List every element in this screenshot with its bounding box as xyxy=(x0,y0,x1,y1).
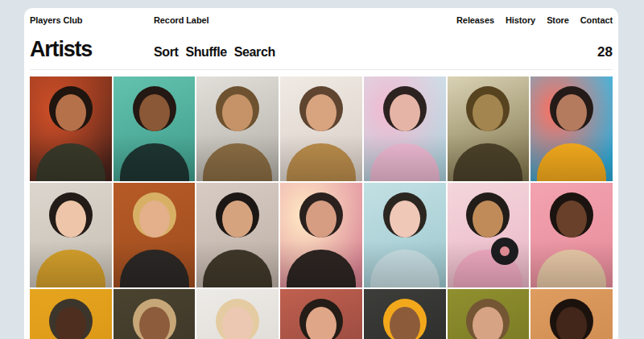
vinyl-record-icon xyxy=(324,238,352,265)
artist-tile[interactable] xyxy=(280,76,362,181)
artist-tile[interactable] xyxy=(364,76,446,181)
top-nav: Players Club Record Label Releases Histo… xyxy=(30,8,613,25)
portrait-face xyxy=(556,94,587,131)
portrait-figure xyxy=(530,289,613,339)
brand-logo[interactable]: Players Club xyxy=(30,15,154,25)
portrait-face xyxy=(390,307,420,339)
portrait-face xyxy=(390,201,420,238)
vinyl-record-icon xyxy=(74,238,101,265)
artist-tile[interactable] xyxy=(196,183,279,287)
artist-tile[interactable] xyxy=(196,289,279,339)
vinyl-record-icon xyxy=(491,131,518,159)
portrait-figure xyxy=(530,76,613,181)
header-divider xyxy=(30,69,613,70)
artist-tile[interactable] xyxy=(448,289,530,339)
nav-link[interactable]: Store xyxy=(547,15,569,25)
page-header: Artists Sort Shuffle Search 28 xyxy=(30,37,613,62)
artist-tile[interactable] xyxy=(114,183,196,287)
portrait-figure xyxy=(280,289,362,339)
portrait-figure xyxy=(30,289,112,339)
portrait-face xyxy=(306,94,336,131)
artist-count: 28 xyxy=(597,44,613,60)
nav-link[interactable]: Releases xyxy=(456,15,494,25)
portrait-figure xyxy=(364,183,446,287)
artist-tile[interactable] xyxy=(448,76,530,181)
artist-tile[interactable] xyxy=(530,76,613,181)
vinyl-record-icon xyxy=(74,131,101,159)
portrait-face xyxy=(56,201,86,238)
portrait-figure xyxy=(364,76,446,181)
artist-tile[interactable] xyxy=(30,289,112,339)
artist-grid xyxy=(30,76,613,339)
artist-tile[interactable] xyxy=(448,183,530,287)
list-controls: Sort Shuffle Search xyxy=(154,45,275,60)
list-control-button[interactable]: Shuffle xyxy=(185,45,226,60)
artist-tile[interactable] xyxy=(280,289,362,339)
portrait-figure xyxy=(196,183,279,287)
page-title: Artists xyxy=(30,37,154,62)
vinyl-record-icon xyxy=(408,238,436,265)
portrait-face xyxy=(139,201,170,238)
portrait-figure xyxy=(448,183,530,287)
vinyl-record-icon xyxy=(491,238,518,265)
vinyl-record-icon xyxy=(575,131,602,159)
nav-links: Releases History Store Contact xyxy=(456,15,613,25)
vinyl-record-icon xyxy=(241,131,268,159)
vinyl-record-icon xyxy=(575,238,602,265)
artist-tile[interactable] xyxy=(114,76,196,181)
vinyl-record-icon xyxy=(324,131,352,159)
artist-tile[interactable] xyxy=(530,183,613,287)
list-control-button[interactable]: Sort xyxy=(154,45,178,60)
artist-tile[interactable] xyxy=(530,289,613,339)
portrait-face xyxy=(556,307,587,339)
vinyl-record-icon xyxy=(408,131,436,159)
portrait-face xyxy=(306,307,336,339)
portrait-face xyxy=(556,201,587,238)
portrait-figure xyxy=(196,76,279,181)
list-control-button[interactable]: Search xyxy=(234,45,275,60)
portrait-face xyxy=(56,94,86,131)
portrait-figure xyxy=(114,183,196,287)
portrait-face xyxy=(139,307,170,339)
artist-tile[interactable] xyxy=(30,183,112,287)
portrait-figure xyxy=(114,289,196,339)
portrait-figure xyxy=(30,76,112,181)
artist-tile[interactable] xyxy=(196,76,279,181)
portrait-face xyxy=(390,94,420,131)
portrait-figure xyxy=(364,289,446,339)
nav-link[interactable]: Contact xyxy=(580,15,613,25)
section-label: Record Label xyxy=(154,15,209,25)
portrait-figure xyxy=(114,76,196,181)
artist-tile[interactable] xyxy=(114,289,196,339)
portrait-figure xyxy=(280,183,362,287)
portrait-figure xyxy=(448,289,530,339)
portrait-face xyxy=(222,307,253,339)
artist-tile[interactable] xyxy=(280,183,362,287)
portrait-figure xyxy=(196,289,279,339)
portrait-face xyxy=(139,94,170,131)
portrait-figure xyxy=(530,183,613,287)
artist-tile[interactable] xyxy=(364,289,446,339)
artist-tile[interactable] xyxy=(30,76,112,181)
vinyl-record-icon xyxy=(241,238,268,265)
portrait-figure xyxy=(30,183,112,287)
portrait-face xyxy=(56,307,86,339)
nav-link[interactable]: History xyxy=(506,15,535,25)
portrait-figure xyxy=(448,76,530,181)
artist-tile[interactable] xyxy=(364,183,446,287)
portrait-face xyxy=(306,201,336,238)
portrait-figure xyxy=(280,76,362,181)
content-card: Players Club Record Label Releases Histo… xyxy=(24,8,618,339)
